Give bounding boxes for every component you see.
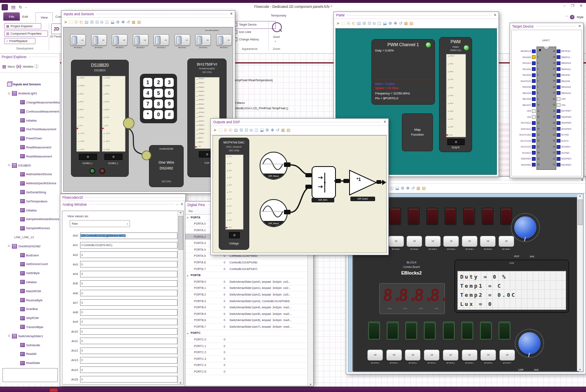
pin-row[interactable]: PORTC.0 0 (185, 336, 307, 343)
keypad-key[interactable]: 5 (154, 89, 163, 98)
pin-row[interactable]: PORTC.5 0 (185, 369, 307, 375)
toolbar-icon[interactable]: ⎘ (75, 20, 78, 24)
slider-pointer-icon[interactable]: ▶ (195, 146, 197, 148)
switch-knob[interactable] (72, 36, 77, 45)
tree-item[interactable]: SampleAllDevices (0, 224, 60, 233)
toolbar-icon[interactable]: ⬓ (111, 20, 114, 24)
scroll-down-icon[interactable]: ▼ (579, 369, 581, 371)
analog-value-input[interactable]: 0 ComboBL0114(Pot ADC) (80, 242, 177, 249)
analog-value-input[interactable]: 0 (80, 299, 177, 306)
tree-item[interactable]: SkipROM (0, 314, 60, 323)
port-button[interactable]: Off (386, 350, 402, 361)
analog-value-input[interactable]: 0 (80, 366, 177, 373)
tree-item[interactable]: ScanBus (0, 305, 60, 314)
port-button[interactable]: Off (425, 236, 441, 247)
toolbar-icon[interactable]: ▦ (281, 128, 285, 132)
toolbar-icon[interactable]: ▤ (357, 21, 361, 26)
chip-pin[interactable]: RA3/AN3 5 (513, 72, 542, 78)
map-function-block[interactable]: Map Function (402, 113, 433, 151)
toolbar-icon[interactable]: ⊞ (362, 21, 366, 26)
toolbar-icon[interactable]: ⚙ (401, 186, 404, 190)
expander-icon[interactable]: ◢ (185, 216, 191, 218)
tree-item[interactable]: MatchROM (0, 286, 60, 296)
expander-icon[interactable]: ◢ (185, 332, 191, 334)
zoom-button[interactable]: Zoom (269, 35, 284, 38)
chip-pin[interactable]: RE2/AN7 10 (513, 102, 542, 108)
tree-item[interactable]: GetSerialString (0, 188, 60, 197)
chip-pin[interactable]: 29 RD6/PSP6 (550, 114, 582, 120)
toolbar-icon[interactable]: ⧉ (250, 128, 253, 132)
chip-pin[interactable]: 39 RB6/PGC (550, 54, 582, 61)
chip-pin[interactable]: VSS 12 (513, 114, 542, 120)
port-button[interactable]: Off (499, 350, 515, 361)
keypad-key[interactable]: 8 (154, 99, 163, 108)
analog-value-input[interactable]: 0 (80, 309, 177, 316)
tree-item[interactable]: ReadMeasurement (0, 143, 60, 152)
toolbar-icon[interactable]: ◫ (254, 128, 258, 132)
chip-pin[interactable]: 35 RB2/AN8 (550, 78, 582, 85)
keypad-key[interactable]: 0 (154, 110, 163, 119)
toolbar-icon[interactable]: ⊟ (368, 21, 371, 26)
expander-icon[interactable]: ⊟ (7, 334, 11, 338)
view-mode-dropdown[interactable]: Raw ▾ (70, 220, 130, 227)
pin-row[interactable]: PORTB.5 0 SwitchArraySlider1(pin5), keyp… (185, 311, 307, 317)
tree-item[interactable]: Inputs and Sensors (0, 80, 60, 89)
tree-item[interactable]: OneTimeMeasurement (0, 125, 60, 134)
toolbar-icon[interactable]: ⚙ (116, 20, 120, 24)
scroll-up-icon[interactable]: ▲ (180, 211, 182, 214)
slider-value[interactable]: 0 (104, 154, 123, 160)
close-icon[interactable]: ✕ (579, 4, 583, 8)
close-icon[interactable]: ✕ (494, 14, 496, 17)
toolbar-icon[interactable]: ▦ (404, 21, 408, 26)
keypad-key[interactable]: 2 (154, 78, 163, 87)
icon-lists-checkbox[interactable]: Icon Lists (234, 30, 251, 34)
tree-item[interactable]: Initialise (0, 206, 60, 215)
toolbar-icon[interactable]: ⎗ (352, 21, 355, 26)
tree-item[interactable]: ChangeMeasurementMode (0, 98, 60, 107)
tree-item[interactable]: ⊟ OneWireDS2482 (0, 242, 60, 251)
toolbar-icon[interactable]: ⬓ (260, 128, 264, 132)
chip-pin[interactable]: RA4/T0CKI 6 (513, 78, 542, 85)
toolbar-icon[interactable]: ⊞ (90, 20, 93, 24)
toolbar-icon[interactable]: ⬚ (218, 128, 222, 132)
analog-value-input[interactable]: 0 (80, 280, 177, 287)
tree-item[interactable]: SampleAddressedDevice (0, 215, 60, 224)
dsp-wave1-block[interactable]: DSP_Wave1 (260, 152, 288, 180)
2d-panel-button[interactable]: 2D (51, 23, 62, 34)
slider-pointer-icon[interactable]: ▶ (447, 134, 449, 136)
chip-pin[interactable]: RA7/OSC1 13 (513, 120, 542, 126)
pin-row[interactable]: PORTC.4 0 (185, 362, 307, 369)
temperature-slider-2[interactable]: 125.0105.085.065.045.025.05.0-15.0-35.0-… (102, 76, 125, 152)
chip-pin[interactable]: RC3/SCK 18 (513, 150, 542, 156)
toolbar-icon[interactable]: ▧ (286, 128, 290, 132)
chip-pin[interactable]: 26 RC7/RX (550, 132, 582, 138)
toolbar-icon[interactable]: ◫ (105, 20, 109, 24)
pot-knob[interactable] (511, 213, 540, 242)
find-replace-button[interactable]: ⌕ Find/Replace (4, 38, 35, 44)
tree-item[interactable]: GetIDByte (0, 269, 60, 278)
switch-knob[interactable] (93, 36, 98, 45)
pin-row[interactable]: PORTB.2 0 SwitchArraySlider1(pin2), keyp… (185, 291, 307, 298)
tree-item[interactable]: PowerDown (0, 134, 60, 143)
keypad-key[interactable]: 3 (165, 78, 174, 87)
chip-pin[interactable]: 30 RD7/PSP7 (550, 108, 582, 114)
tab-view[interactable]: View (35, 12, 53, 22)
expander-icon[interactable]: ◢ (185, 274, 191, 277)
knob-ball[interactable] (514, 216, 536, 239)
pwm-slider[interactable]: 100.090.080.070.060.050.040.030.020.010.… (446, 54, 466, 137)
chip-pin[interactable]: 36 RB3/AN9 (550, 72, 582, 78)
toolbar-icon[interactable]: ◫ (377, 21, 381, 26)
port-button[interactable]: Off (480, 236, 496, 247)
analog-value-input[interactable]: 0 (80, 376, 177, 383)
analog-value-input[interactable]: 0 (80, 261, 177, 268)
chip-pin[interactable]: RE0/AN5 8 (513, 90, 542, 96)
pin-row[interactable]: ◢ PORTC (185, 330, 307, 337)
chip-pin[interactable]: 40 RB7/PGD (550, 48, 582, 54)
knob-ball[interactable] (518, 332, 541, 354)
chip-pin[interactable]: 22 RD3/PSP3 (550, 156, 582, 162)
change-history-checkbox[interactable]: Change History (234, 38, 259, 41)
tree-item[interactable]: ReadState (0, 359, 60, 368)
minimize-icon[interactable]: – (563, 4, 565, 8)
tab-temporary[interactable]: Temporary (271, 14, 286, 17)
tree-item[interactable]: ⊟ DS18B20 (0, 161, 60, 170)
